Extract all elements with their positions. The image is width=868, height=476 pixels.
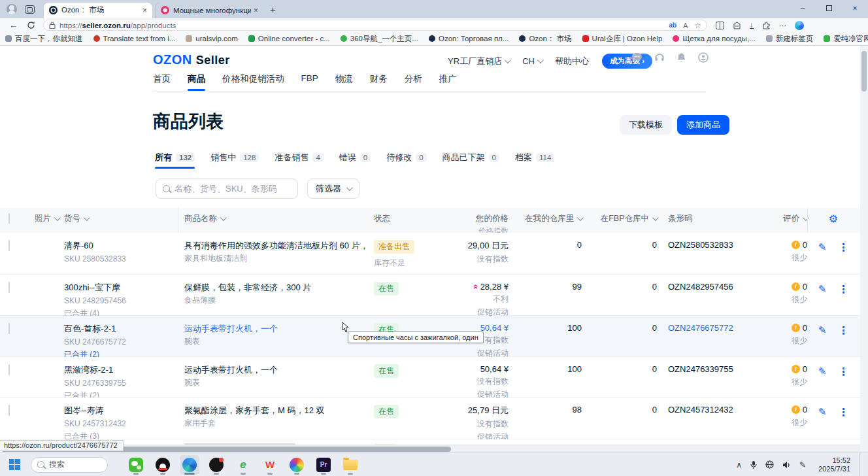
tab-close-icon[interactable]: × <box>254 6 258 15</box>
bookmark-item[interactable]: Translate text from i... <box>93 35 176 42</box>
chat-icon[interactable] <box>631 52 643 63</box>
taskbar-clock[interactable]: 15:522025/7/31 <box>818 456 850 473</box>
col-photo[interactable]: 照片 <box>35 213 59 224</box>
bookmark-item[interactable]: Ozon: Торговая пл... <box>429 35 509 42</box>
row-checkbox[interactable] <box>8 282 10 293</box>
filter-tab-selling[interactable]: 销售中128 <box>210 152 259 169</box>
network-globe-icon[interactable] <box>765 460 774 469</box>
extensions-icon[interactable] <box>762 22 771 29</box>
qq-icon[interactable] <box>153 455 173 475</box>
show-desktop-button[interactable] <box>859 453 861 476</box>
download-template-button[interactable]: 下载模板 <box>620 115 672 135</box>
table-settings-gear-icon[interactable]: ⚙ <box>829 214 838 224</box>
music-app-icon[interactable] <box>207 455 226 475</box>
favorite-star-icon[interactable]: ☆ <box>694 21 701 30</box>
add-product-button[interactable]: 添加商品 <box>677 115 729 135</box>
store-selector[interactable]: YR工厂直销店 <box>448 56 509 67</box>
nav-products[interactable]: 商品 <box>188 73 205 91</box>
filter-tab-errors[interactable]: 错误0 <box>339 152 371 169</box>
pinwheel-browser-icon[interactable] <box>287 455 307 475</box>
bookmark-item[interactable]: 百度一下，你就知道 <box>5 34 83 44</box>
collections-icon[interactable] <box>733 22 741 29</box>
row-menu-icon[interactable]: ⋮ <box>838 324 848 337</box>
file-explorer-icon[interactable] <box>341 455 360 475</box>
taskbar-search[interactable]: 搜索 <box>31 457 108 473</box>
col-sku[interactable]: 货号 <box>64 213 88 224</box>
new-tab-button[interactable]: + <box>270 4 276 15</box>
nav-logistics[interactable]: 物流 <box>335 73 353 91</box>
help-center-link[interactable]: 帮助中心 <box>555 56 589 67</box>
nav-pricing[interactable]: 价格和促销活动 <box>222 73 284 91</box>
bookmark-item[interactable]: 新建标签页 <box>766 34 814 44</box>
barcode-link[interactable]: OZN2476675772 <box>668 323 733 333</box>
bookmark-item[interactable]: Online converter - c... <box>248 35 330 42</box>
col-warehouse[interactable]: 在我的仓库里 <box>525 213 582 224</box>
edge-icon[interactable] <box>180 455 199 475</box>
product-search[interactable] <box>156 178 298 199</box>
table-row[interactable]: 清界-60SKU 2580532833 具有消毒作用的强效多功能清洁地板片剂 6… <box>0 233 860 275</box>
download-icon[interactable]: ↓ <box>750 22 754 29</box>
filter-tab-tofix[interactable]: 待修改0 <box>386 152 426 169</box>
product-name[interactable]: 聚氨酯涂层，家务手套，M 码，12 双 <box>184 405 374 416</box>
premiere-icon[interactable]: Pr <box>314 455 333 475</box>
support-headset-icon[interactable] <box>654 52 665 63</box>
ozon-seller-logo[interactable]: OZONSeller <box>153 52 230 67</box>
filter-tab-removed[interactable]: 商品已下架0 <box>442 152 499 169</box>
language-selector[interactable]: CH <box>522 56 542 66</box>
nav-finance[interactable]: 财务 <box>370 73 388 91</box>
start-button[interactable] <box>9 459 20 470</box>
table-row[interactable]: 300zhi--宝下摩SKU 2482957456已合并 (4) 保鲜膜，包装，… <box>0 275 860 316</box>
bookmark-item[interactable]: 360导航_一个主页... <box>341 34 418 44</box>
row-checkbox[interactable] <box>8 240 10 251</box>
tab-secondary[interactable]: Мощные многофункциональнь × <box>155 3 263 18</box>
bookmark-item[interactable]: 爱纯净官网 <box>824 34 868 44</box>
maximize-button[interactable] <box>816 0 842 18</box>
speaker-icon[interactable] <box>782 461 791 469</box>
search-input[interactable] <box>175 184 291 194</box>
wps-icon[interactable]: W <box>260 455 280 475</box>
more-menu-icon[interactable]: ⋯ <box>779 21 787 30</box>
profile-avatar-icon[interactable] <box>7 4 17 14</box>
edit-icon[interactable]: ✎ <box>818 366 827 378</box>
row-checkbox[interactable] <box>8 323 10 334</box>
horizontal-scrollbar[interactable] <box>0 445 860 452</box>
col-fbp[interactable]: 在FBP仓库中 <box>601 213 657 224</box>
row-checkbox[interactable] <box>8 364 10 375</box>
product-name[interactable]: 保鲜膜，包装，非常经济，300 片 <box>184 282 374 293</box>
minimize-button[interactable]: – <box>790 0 816 18</box>
edit-icon[interactable]: ✎ <box>818 324 827 337</box>
account-icon[interactable] <box>698 52 709 63</box>
row-menu-icon[interactable]: ⋮ <box>838 283 848 296</box>
filters-button[interactable]: 筛选器 <box>307 178 359 199</box>
bookmark-item[interactable]: uralsvip.com <box>186 35 238 42</box>
edit-icon[interactable]: ✎ <box>818 283 827 296</box>
bookmark-item[interactable]: Ozon： 市场 <box>519 34 571 44</box>
scrollbar-thumb[interactable] <box>861 51 867 92</box>
row-menu-icon[interactable]: ⋮ <box>838 406 848 418</box>
translate-icon[interactable]: ab <box>669 22 677 29</box>
col-rating[interactable]: 评价 <box>783 213 807 224</box>
filter-tab-archive[interactable]: 档案114 <box>515 152 554 169</box>
back-button[interactable]: ← <box>9 20 18 30</box>
notifications-bell-icon[interactable] <box>676 52 686 63</box>
nav-analytics[interactable]: 分析 <box>405 73 422 91</box>
row-menu-icon[interactable]: ⋮ <box>838 366 848 378</box>
bookmark-item[interactable]: Щетка для посуды,... <box>673 35 755 42</box>
copilot-icon[interactable] <box>795 21 804 30</box>
address-bar[interactable]: https://seller.ozon.ru/app/products ab A… <box>43 20 707 31</box>
filter-tab-ready[interactable]: 准备销售4 <box>275 152 323 169</box>
tab-ozon-market[interactable]: Ozon： 市场 × <box>44 3 152 18</box>
select-all-checkbox[interactable] <box>8 213 10 224</box>
col-name[interactable]: 商品名称 <box>184 213 225 224</box>
read-aloud-icon[interactable]: A <box>683 22 688 29</box>
pen-icon[interactable]: ✎ <box>799 460 806 469</box>
nav-fbp[interactable]: FBP <box>301 73 318 91</box>
hidden-icons-chevron[interactable]: ∧ <box>736 460 742 469</box>
row-menu-icon[interactable]: ⋮ <box>838 241 848 254</box>
vertical-scrollbar[interactable] <box>860 46 868 452</box>
filter-tab-all[interactable]: 所有132 <box>155 152 195 169</box>
table-row[interactable]: 图岑--寿涛SKU 2457312432已合并 (3) 聚氨酯涂层，家务手套，M… <box>0 398 860 439</box>
edit-icon[interactable]: ✎ <box>818 406 827 418</box>
wechat-icon[interactable] <box>126 455 146 475</box>
nav-home[interactable]: 首页 <box>153 73 171 91</box>
